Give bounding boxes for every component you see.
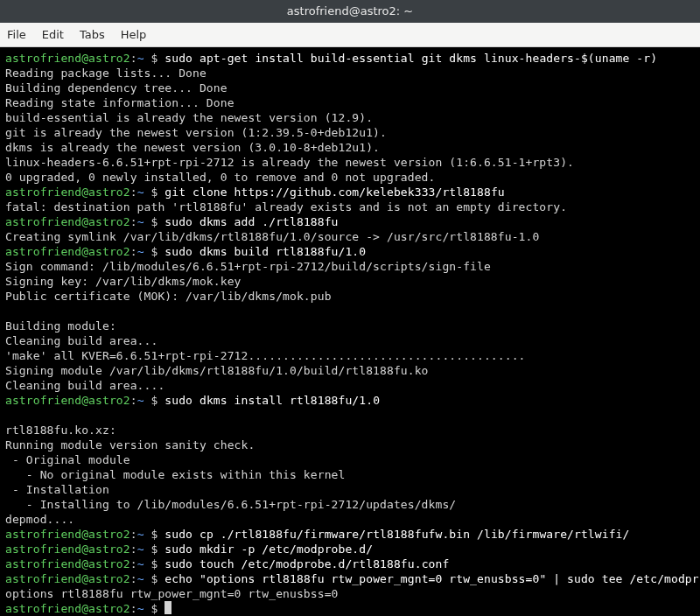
command-text: sudo dkms add ./rtl8188fu: [164, 215, 338, 228]
menu-help[interactable]: Help: [121, 28, 147, 41]
prompt-colon: :: [130, 52, 137, 65]
prompt-colon: :: [130, 542, 137, 556]
prompt-userhost: astrofriend@astro2: [5, 528, 130, 541]
output-text: Signing module /var/lib/dkms/rtl8188fu/1…: [5, 364, 429, 377]
terminal-prompt-line: astrofriend@astro2:~ $ sudo touch /etc/m…: [5, 556, 695, 571]
command-text: git clone https://github.com/kelebek333/…: [164, 186, 504, 199]
terminal-output-line: - Original module: [5, 452, 695, 467]
prompt-dollar: $: [144, 215, 165, 228]
prompt-path: ~: [137, 528, 144, 541]
output-text: dkms is already the newest version (3.0.…: [5, 141, 380, 154]
terminal-output-line: - No original module exists within this …: [5, 467, 695, 482]
terminal-output-line: git is already the newest version (1:2.3…: [5, 125, 695, 140]
terminal-output-line: options rtl8188fu rtw_power_mgnt=0 rtw_e…: [5, 586, 695, 601]
terminal-prompt-line: astrofriend@astro2:~ $ sudo dkms install…: [5, 393, 695, 408]
terminal-output-line: Signing key: /var/lib/dkms/mok.key: [5, 274, 695, 289]
terminal-output-line: fatal: destination path 'rtl8188fu' alre…: [5, 200, 695, 214]
prompt-path: ~: [137, 572, 144, 585]
output-text: git is already the newest version (1:2.3…: [5, 126, 387, 139]
prompt-userhost: astrofriend@astro2: [5, 572, 130, 585]
output-text: Building module:: [5, 319, 116, 332]
menu-file[interactable]: File: [7, 28, 26, 41]
output-text: [5, 304, 12, 318]
menu-edit[interactable]: Edit: [42, 28, 64, 41]
prompt-colon: :: [130, 528, 137, 541]
prompt-colon: :: [130, 215, 137, 228]
output-text: rtl8188fu.ko.xz:: [5, 424, 116, 437]
output-text: [5, 409, 12, 422]
terminal-output-line: [5, 304, 695, 318]
terminal-output-line: depmod....: [5, 512, 695, 527]
terminal-output-line: 'make' all KVER=6.6.51+rpt-rpi-2712.....…: [5, 348, 695, 363]
output-text: options rtl8188fu rtw_power_mgnt=0 rtw_e…: [5, 587, 338, 600]
terminal-prompt-line: astrofriend@astro2:~ $ echo "options rtl…: [5, 571, 695, 586]
prompt-userhost: astrofriend@astro2: [5, 602, 130, 615]
output-text: Creating symlink /var/lib/dkms/rtl8188fu…: [5, 230, 539, 243]
terminal-output-line: Sign command: /lib/modules/6.6.51+rpt-rp…: [5, 259, 695, 274]
prompt-path: ~: [137, 215, 144, 228]
terminal-output-line: dkms is already the newest version (3.0.…: [5, 140, 695, 155]
prompt-dollar: $: [144, 572, 165, 585]
prompt-colon: :: [130, 394, 137, 407]
output-text: - No original module exists within this …: [5, 468, 345, 481]
output-text: Running module version sanity check.: [5, 438, 255, 452]
prompt-colon: :: [130, 557, 137, 570]
terminal-output-line: Running module version sanity check.: [5, 438, 695, 452]
command-text: sudo dkms build rtl8188fu/1.0: [164, 245, 366, 258]
terminal-viewport[interactable]: astrofriend@astro2:~ $ sudo apt-get inst…: [0, 47, 700, 616]
terminal-output-line: Signing module /var/lib/dkms/rtl8188fu/1…: [5, 363, 695, 378]
output-text: - Installing to /lib/modules/6.6.51+rpt-…: [5, 498, 456, 511]
terminal-prompt-line: astrofriend@astro2:~ $: [5, 601, 695, 616]
output-text: - Installation: [5, 483, 109, 496]
output-text: linux-headers-6.6.51+rpt-rpi-2712 is alr…: [5, 156, 574, 169]
terminal-output-line: - Installation: [5, 482, 695, 497]
terminal-output-line: Creating symlink /var/lib/dkms/rtl8188fu…: [5, 229, 695, 244]
prompt-path: ~: [137, 557, 144, 570]
output-text: 0 upgraded, 0 newly installed, 0 to remo…: [5, 171, 435, 184]
terminal-output-line: Reading package lists... Done: [5, 66, 695, 80]
terminal-output-line: Building dependency tree... Done: [5, 80, 695, 95]
prompt-dollar: $: [144, 245, 165, 258]
terminal-output-line: Building module:: [5, 318, 695, 333]
menubar: File Edit Tabs Help: [0, 23, 700, 47]
terminal-prompt-line: astrofriend@astro2:~ $ sudo apt-get inst…: [5, 51, 695, 66]
prompt-userhost: astrofriend@astro2: [5, 394, 130, 407]
command-text: sudo dkms install rtl8188fu/1.0: [164, 394, 380, 407]
terminal-output-line: Cleaning build area....: [5, 378, 695, 393]
command-text: sudo apt-get install build-essential git…: [164, 52, 657, 65]
command-text: echo "options rtl8188fu rtw_power_mgnt=0…: [164, 572, 698, 585]
prompt-colon: :: [130, 186, 137, 199]
prompt-colon: :: [130, 602, 137, 615]
prompt-path: ~: [137, 394, 144, 407]
output-text: depmod....: [5, 513, 74, 526]
terminal-output-line: build-essential is already the newest ve…: [5, 110, 695, 125]
output-text: 'make' all KVER=6.6.51+rpt-rpi-2712.....…: [5, 349, 526, 362]
prompt-userhost: astrofriend@astro2: [5, 557, 130, 570]
terminal-output-line: [5, 408, 695, 423]
terminal-output-line: 0 upgraded, 0 newly installed, 0 to remo…: [5, 170, 695, 185]
menu-tabs[interactable]: Tabs: [80, 28, 105, 41]
prompt-dollar: $: [144, 557, 165, 570]
terminal-prompt-line: astrofriend@astro2:~ $ sudo cp ./rtl8188…: [5, 527, 695, 542]
terminal-output-line: - Installing to /lib/modules/6.6.51+rpt-…: [5, 497, 695, 512]
terminal-output-line: linux-headers-6.6.51+rpt-rpi-2712 is alr…: [5, 155, 695, 170]
output-text: fatal: destination path 'rtl8188fu' alre…: [5, 200, 567, 214]
prompt-dollar: $: [144, 528, 165, 541]
output-text: Building dependency tree... Done: [5, 81, 228, 94]
window-title: astrofriend@astro2: ~: [287, 4, 413, 18]
prompt-path: ~: [137, 542, 144, 556]
prompt-dollar: $: [144, 542, 165, 556]
prompt-userhost: astrofriend@astro2: [5, 186, 130, 199]
prompt-userhost: astrofriend@astro2: [5, 542, 130, 556]
command-text: sudo cp ./rtl8188fu/firmware/rtl8188fufw…: [164, 528, 629, 541]
output-text: Cleaning build area....: [5, 379, 164, 392]
terminal-output-line: Reading state information... Done: [5, 95, 695, 110]
prompt-userhost: astrofriend@astro2: [5, 245, 130, 258]
output-text: Sign command: /lib/modules/6.6.51+rpt-rp…: [5, 260, 491, 273]
output-text: Cleaning build area...: [5, 334, 158, 347]
prompt-colon: :: [130, 572, 137, 585]
prompt-path: ~: [137, 52, 144, 65]
prompt-colon: :: [130, 245, 137, 258]
prompt-dollar: $: [144, 602, 165, 615]
command-text: sudo mkdir -p /etc/modprobe.d/: [164, 542, 373, 556]
